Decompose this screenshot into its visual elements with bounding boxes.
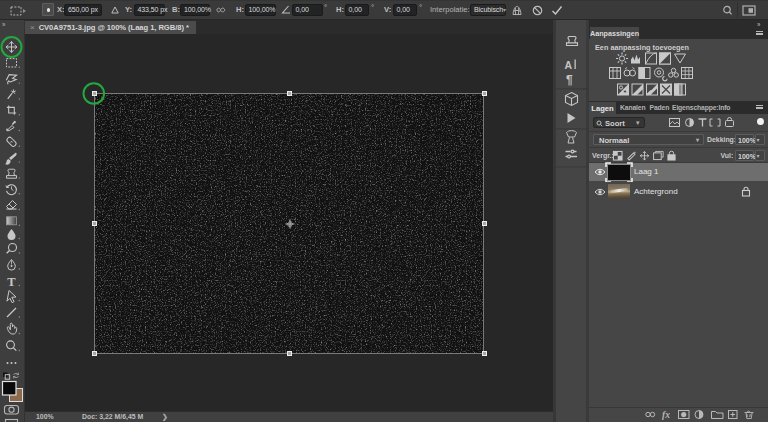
svg-text:fx: fx [662,410,670,420]
svg-text:T: T [7,275,16,289]
svg-text:A: A [565,59,573,71]
svg-text:¶: ¶ [566,73,573,87]
